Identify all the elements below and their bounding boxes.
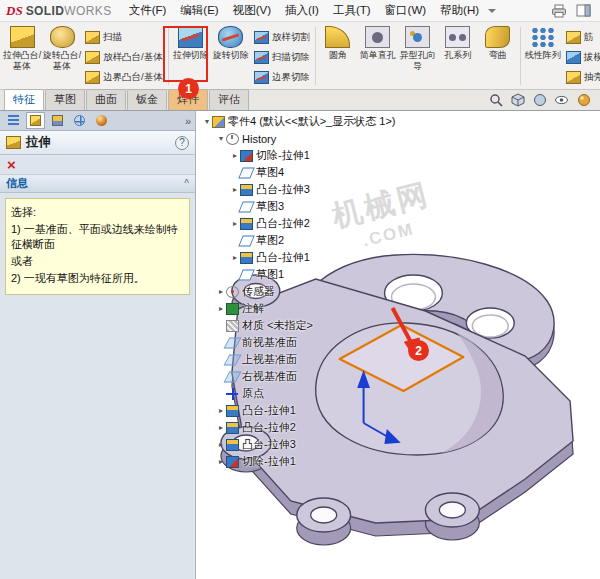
tree-item[interactable]: ▸ 凸台-拉伸2 [200,419,396,436]
tree-item-icon [240,218,253,230]
panel-flyout-icon[interactable]: » [185,115,191,127]
ribbon-button-revolved-boss[interactable]: 旋转凸台/基体 [42,23,82,89]
commandmanager-tab[interactable]: 钣金 [127,89,167,110]
tree-item[interactable]: ▾ History [200,130,396,147]
ribbon-button-revolved-cut[interactable]: 旋转切除 [211,23,251,89]
ribbon-button-label: 放样凸台/基体 [103,51,163,64]
tree-item[interactable]: ▸ 凸台-拉伸2 [200,215,396,232]
ribbon-small-icon [254,71,269,84]
ribbon-button-linear-pattern[interactable]: 线性阵列 [523,23,563,89]
tree-item-label: 草图2 [256,233,284,248]
tree-item-icon [212,116,225,128]
ribbon-button-small[interactable]: 扫描切除 [251,47,313,67]
commandmanager-tab[interactable]: 特征 [4,89,44,110]
tree-item[interactable]: ▸ 凸台-拉伸3 [200,181,396,198]
ribbon-button-small[interactable]: 抽壳 [563,67,600,87]
expand-arrow-icon[interactable]: ▸ [230,219,240,228]
expand-arrow-icon[interactable]: ▸ [230,151,240,160]
commandmanager-tab[interactable]: 曲面 [86,89,126,110]
ribbon-button-small[interactable]: 筋 [563,27,600,47]
ribbon-button-hole-wizard[interactable]: 异型孔向导 [398,23,438,89]
ribbon-button-extruded-cut[interactable]: 拉伸切除 [171,23,211,89]
menu-item[interactable]: 帮助(H) [433,1,486,20]
tree-item[interactable]: 草图4 [200,164,396,181]
expand-arrow-icon[interactable]: ▸ [216,304,226,313]
menu-item[interactable]: 插入(I) [278,1,326,20]
commandmanager-tab[interactable]: 草图 [45,89,85,110]
ribbon-button-small[interactable]: 边界切除 [251,67,313,87]
tree-item[interactable]: ▸ 切除-拉伸1 [200,453,396,470]
view-toolbar [487,92,600,110]
toggle-panel-icon[interactable] [575,3,592,19]
graphics-viewport[interactable]: 机械网 .COM ▾ 零件4 (默认<<默认>_显示状态 1>) ▾ His [196,111,600,579]
tree-item-icon [226,388,239,400]
ribbon-button-small[interactable]: 放样凸台/基体 [82,47,166,67]
tree-item[interactable]: 前视基准面 [200,334,396,351]
dimxpert-tab-icon[interactable] [70,112,89,129]
ribbon-button-label: 扫描切除 [272,51,310,64]
display-style-icon[interactable] [531,92,548,108]
view-orientation-icon[interactable] [509,92,526,108]
expand-arrow-icon[interactable]: ▸ [230,253,240,262]
tree-item[interactable]: 草图3 [200,198,396,215]
hide-show-icon[interactable] [553,92,570,108]
ribbon-small-icon [85,31,100,44]
ribbon-button-label: 筋 [584,31,594,44]
tree-item[interactable]: ▸ 注解 [200,300,396,317]
tree-item[interactable]: ▸ 凸台-拉伸1 [200,249,396,266]
ribbon-button-small[interactable]: 放样切割 [251,27,313,47]
ribbon-button-small[interactable]: 拔模 [563,47,600,67]
info-section-header[interactable]: 信息 ^ [0,175,195,193]
commandmanager-tab[interactable]: 评估 [209,89,249,110]
cancel-button[interactable]: × [7,158,16,172]
menu-item[interactable]: 视图(V) [226,1,278,20]
ribbon-button-fillet[interactable]: 圆角 [318,23,358,89]
displaymanager-tab-icon[interactable] [92,112,111,129]
expand-arrow-icon[interactable]: ▸ [216,423,226,432]
printer-icon[interactable] [550,3,567,19]
tree-item[interactable]: 材质 <未指定> [200,317,396,334]
expand-arrow-icon[interactable]: ▸ [216,287,226,296]
menu-item[interactable]: 工具(T) [326,1,378,20]
menu-item[interactable]: 文件(F) [122,1,174,20]
expand-arrow-icon[interactable]: ▸ [216,440,226,449]
tree-item[interactable]: 草图1 [200,266,396,283]
menu-item[interactable]: 编辑(E) [173,1,225,20]
toolbar-expand-icon[interactable] [488,9,496,17]
tree-item[interactable]: ▸ 传感器 [200,283,396,300]
appearance-icon[interactable] [575,92,592,108]
commandmanager-tab[interactable]: 焊件 [168,89,208,110]
tree-item[interactable]: 右视基准面 [200,368,396,385]
expand-arrow-icon[interactable]: ▾ [202,117,212,126]
configurationmanager-tab-icon[interactable] [48,112,67,129]
menu-item[interactable]: 窗口(W) [378,1,434,20]
menu-bar: DS SOLID WORKS 文件(F) 编辑(E) 视图(V) 插入(I) 工… [0,0,600,22]
expand-arrow-icon[interactable]: ▸ [230,185,240,194]
tree-item[interactable]: ▾ 零件4 (默认<<默认>_显示状态 1>) [200,113,396,130]
tree-item[interactable]: ▸ 凸台-拉伸3 [200,436,396,453]
ribbon-small-icon [566,31,581,44]
tree-item[interactable]: 草图2 [200,232,396,249]
selection-message-box: 选择: 1) 一基准面、平面或边线来绘制特征横断面 或者 2) 一现有草图为特征… [5,198,190,295]
commandmanager-tab-bar: 特征 草图 曲面 钣金 焊件 评估 [0,90,600,111]
tree-item[interactable]: 上视基准面 [200,351,396,368]
ribbon-button-extruded-boss[interactable]: 拉伸凸台/基体 [2,23,42,89]
tree-item-icon [224,337,242,348]
ribbon-button-flex[interactable]: 弯曲 [478,23,518,89]
solidworks-window: DS SOLID WORKS 文件(F) 编辑(E) 视图(V) 插入(I) 工… [0,0,600,579]
ribbon-button-hole-series[interactable]: 孔系列 [438,23,478,89]
expand-arrow-icon[interactable]: ▾ [216,134,226,143]
tree-item[interactable]: 原点 [200,385,396,402]
tree-item[interactable]: ▸ 切除-拉伸1 [200,147,396,164]
ribbon-button-small[interactable]: 边界凸台/基体 [82,67,166,87]
ribbon-button-simple-hole[interactable]: 简单直孔 [358,23,398,89]
expand-arrow-icon[interactable]: ▸ [216,406,226,415]
expand-arrow-icon[interactable]: ▸ [216,457,226,466]
ribbon-stack-boss: 扫描 放样凸台/基体 边界凸台/基体 [82,23,166,89]
propertymanager-tab-icon[interactable] [26,112,45,129]
help-icon[interactable]: ? [175,136,189,150]
zoom-fit-icon[interactable] [487,92,504,108]
tree-item[interactable]: ▸ 凸台-拉伸1 [200,402,396,419]
ribbon-button-small[interactable]: 扫描 [82,27,166,47]
featuremanager-tab-icon[interactable] [4,112,23,129]
